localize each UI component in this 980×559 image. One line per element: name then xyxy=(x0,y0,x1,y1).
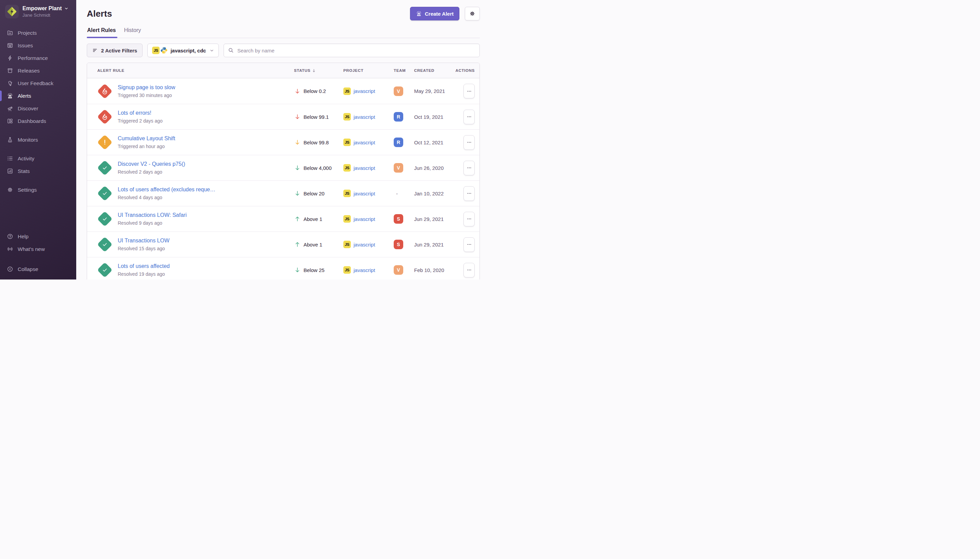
activity-icon xyxy=(7,155,13,162)
status-cell: Above 1 xyxy=(294,241,343,248)
row-actions-button[interactable] xyxy=(464,84,475,98)
project-cell: JSjavascript xyxy=(343,241,394,248)
arrow-down-icon xyxy=(294,88,301,95)
project-link[interactable]: javascript xyxy=(353,191,375,197)
search-input[interactable] xyxy=(224,44,480,57)
team-avatar[interactable]: V xyxy=(394,265,403,275)
column-header-created[interactable]: Created xyxy=(414,68,452,73)
ellipsis-icon xyxy=(467,242,472,247)
alert-rule-link[interactable]: Lots of users affected xyxy=(118,263,170,269)
resolved-status-icon xyxy=(97,160,112,175)
row-actions-button[interactable] xyxy=(464,110,475,124)
column-header-alert-rule[interactable]: Alert Rule xyxy=(97,68,294,73)
resolved-status-icon xyxy=(97,212,112,227)
column-header-project[interactable]: Project xyxy=(343,68,394,73)
sidebar-item-activity[interactable]: Activity xyxy=(0,152,76,165)
project-cell: JSjavascript xyxy=(343,113,394,121)
tab-history[interactable]: History xyxy=(124,25,141,38)
created-date: Jan 10, 2022 xyxy=(414,191,452,197)
alert-rule-link[interactable]: UI Transactions LOW: Safari xyxy=(118,212,186,218)
chevron-down-icon xyxy=(210,48,214,53)
project-link[interactable]: javascript xyxy=(353,140,375,146)
sidebar-item-releases[interactable]: Releases xyxy=(0,64,76,77)
table-row: Lots of errors!Triggered 2 days agoBelow… xyxy=(87,104,480,129)
discover-icon xyxy=(7,105,13,112)
resolved-status-icon xyxy=(97,237,112,252)
row-actions-button[interactable] xyxy=(464,263,475,278)
team-cell: V xyxy=(394,265,414,275)
sidebar-item-label: Monitors xyxy=(18,137,38,143)
sidebar-item-user-feedback[interactable]: User Feedback xyxy=(0,77,76,89)
alert-rule-link[interactable]: UI Transactions LOW xyxy=(118,238,170,244)
alert-rule-link[interactable]: Lots of errors! xyxy=(118,110,163,116)
team-avatar[interactable]: S xyxy=(394,240,403,249)
sidebar-collapse-button[interactable]: Collapse xyxy=(0,263,76,275)
row-actions-button[interactable] xyxy=(464,135,475,150)
create-alert-button[interactable]: Create Alert xyxy=(410,7,459,20)
sidebar-item-alerts[interactable]: Alerts xyxy=(0,89,76,102)
alert-rule-link[interactable]: Signup page is too slow xyxy=(118,84,175,91)
sidebar-item-monitors[interactable]: Monitors xyxy=(0,134,76,146)
status-cell: Below 99.1 xyxy=(294,113,343,120)
resolved-status-icon xyxy=(97,186,112,201)
row-actions-button[interactable] xyxy=(464,186,475,201)
sidebar-item-help[interactable]: Help xyxy=(0,230,76,243)
project-link[interactable]: javascript xyxy=(353,267,375,273)
siren-icon xyxy=(416,10,422,17)
alert-rule-link[interactable]: Discover V2 - Queries p75() xyxy=(118,161,185,167)
team-avatar[interactable]: R xyxy=(394,112,403,122)
help-icon xyxy=(7,233,13,240)
project-link[interactable]: javascript xyxy=(353,216,375,222)
row-actions-button[interactable] xyxy=(464,237,475,252)
column-header-actions[interactable]: Actions xyxy=(452,68,475,73)
project-link[interactable]: javascript xyxy=(353,88,375,94)
sidebar-item-settings[interactable]: Settings xyxy=(0,184,76,196)
team-avatar[interactable]: R xyxy=(394,137,403,147)
sidebar-item-performance[interactable]: Performance xyxy=(0,52,76,64)
project-link[interactable]: javascript xyxy=(353,242,375,248)
tab-alert-rules[interactable]: Alert Rules xyxy=(87,25,116,38)
javascript-project-icon: JS xyxy=(343,266,351,274)
warning-icon xyxy=(101,139,109,146)
project-filter-dropdown[interactable]: JS javascript, cdc xyxy=(147,44,219,57)
sidebar-item-stats[interactable]: Stats xyxy=(0,165,76,177)
sidebar-item-label: What's new xyxy=(18,246,45,252)
sidebar-item-issues[interactable]: Issues xyxy=(0,39,76,52)
project-link[interactable]: javascript xyxy=(353,114,375,120)
alert-rule-subtitle: Resolved 19 days ago xyxy=(118,271,170,277)
main-content: Alerts Create Alert xyxy=(76,0,490,280)
team-avatar[interactable]: V xyxy=(394,163,403,173)
alert-rule-link[interactable]: Cumulative Layout Shift xyxy=(118,136,175,142)
org-switcher[interactable]: Empower Plant Jane Schmidt xyxy=(0,5,76,18)
table-row: UI Transactions LOW: SafariResolved 9 da… xyxy=(87,206,480,232)
column-header-team[interactable]: Team xyxy=(394,68,414,73)
active-filters-button[interactable]: 2 Active Filters xyxy=(87,44,143,57)
team-avatar[interactable]: V xyxy=(394,86,403,96)
ellipsis-icon xyxy=(467,267,472,273)
sidebar-item-what-s-new[interactable]: What's new xyxy=(0,243,76,255)
sidebar-item-projects[interactable]: Projects xyxy=(0,26,76,39)
alert-settings-button[interactable] xyxy=(465,7,480,20)
table-row: UI Transactions LOWResolved 15 days agoA… xyxy=(87,232,480,257)
critical-status-icon xyxy=(97,109,112,124)
project-cell: JSjavascript xyxy=(343,266,394,274)
alert-rule-link[interactable]: Lots of users affected (excludes reque… xyxy=(118,187,215,193)
sidebar-item-label: Help xyxy=(18,233,28,240)
javascript-project-icon: JS xyxy=(343,190,351,197)
sidebar-footer: HelpWhat's new xyxy=(0,230,76,255)
sidebar-item-discover[interactable]: Discover xyxy=(0,102,76,115)
sidebar-item-dashboards[interactable]: Dashboards xyxy=(0,115,76,127)
status-value: Above 1 xyxy=(304,216,322,222)
row-actions-button[interactable] xyxy=(464,212,475,227)
alert-rule-subtitle: Triggered 2 days ago xyxy=(118,118,163,124)
project-link[interactable]: javascript xyxy=(353,165,375,171)
team-avatar[interactable]: S xyxy=(394,214,403,224)
settings-icon xyxy=(7,187,13,193)
created-date: Jun 29, 2021 xyxy=(414,242,452,248)
active-filters-label: 2 Active Filters xyxy=(101,48,137,53)
javascript-project-icon: JS xyxy=(343,113,351,121)
tab-bar: Alert RulesHistory xyxy=(87,25,480,38)
row-actions-button[interactable] xyxy=(464,161,475,175)
stats-icon xyxy=(7,168,13,174)
column-header-status[interactable]: Status xyxy=(294,68,343,73)
